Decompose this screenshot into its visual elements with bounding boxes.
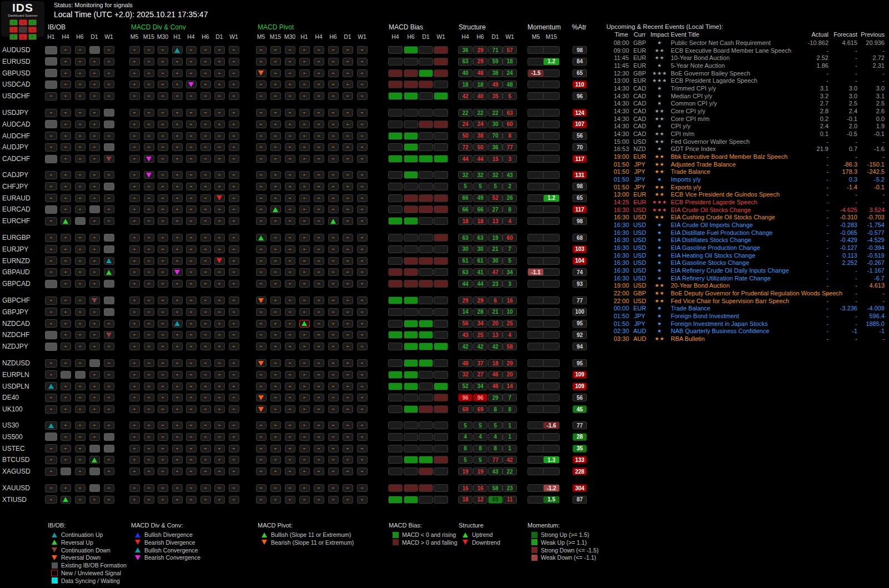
macd-pivot-cell xyxy=(299,433,310,441)
dash-icon xyxy=(303,249,305,250)
bias-cell xyxy=(404,205,418,213)
bias-cell xyxy=(434,120,448,128)
dash-icon xyxy=(233,436,235,438)
ibob-cell xyxy=(45,268,57,277)
pair-label[interactable]: GBPCHF xyxy=(2,296,30,304)
pair-label[interactable]: USDPLN xyxy=(2,383,29,390)
dash-icon xyxy=(204,334,207,335)
column-sub-ibob: W1 xyxy=(102,33,116,40)
macd-divconv-cell xyxy=(129,383,140,390)
pair-label[interactable]: US30 xyxy=(2,421,19,429)
dash-icon xyxy=(50,363,52,364)
macd-divconv-cell xyxy=(214,280,225,288)
pair-label[interactable]: UK100 xyxy=(2,405,23,413)
pair-label[interactable]: CADCHF xyxy=(2,155,30,163)
dash-icon xyxy=(289,147,291,148)
pair-label[interactable]: AUDCAD xyxy=(2,120,31,128)
bias-cell xyxy=(404,394,418,401)
pair-label[interactable]: EURAUD xyxy=(2,194,31,202)
macd-pivot-cell xyxy=(357,496,368,504)
dash-icon xyxy=(332,386,334,387)
macd-pivot-cell xyxy=(343,120,353,128)
dash-icon xyxy=(346,209,349,210)
pair-label[interactable]: NZDCAD xyxy=(2,320,30,328)
pair-label[interactable]: GBPCAD xyxy=(2,280,31,288)
pair-label[interactable]: USTEC xyxy=(2,445,25,453)
ibob-cell xyxy=(75,58,86,66)
dash-icon xyxy=(176,124,178,125)
structure-cell: 42 xyxy=(473,343,488,350)
ibob-cell xyxy=(104,155,114,163)
dash-icon xyxy=(346,459,349,460)
structure-cell: 63 xyxy=(458,58,473,66)
macd-divconv-cell xyxy=(200,320,211,328)
dash-icon xyxy=(303,448,305,449)
macd-pivot-cell xyxy=(270,445,281,453)
structure-cell: 21 xyxy=(488,308,503,316)
structure-cell: 36 xyxy=(488,143,503,151)
pair-label[interactable]: NZDCHF xyxy=(2,331,29,339)
macd-divconv-cell xyxy=(200,331,211,339)
macd-divconv-cell xyxy=(229,194,239,202)
event-previous: -242.5 xyxy=(836,168,885,175)
macd-divconv-cell xyxy=(129,296,140,304)
pair-label[interactable]: AUDJPY xyxy=(2,143,28,151)
pair-label[interactable]: EURJPY xyxy=(2,245,28,253)
structure-cell: 60 xyxy=(503,234,517,242)
structure-cell: 22 xyxy=(458,109,473,117)
ibob-cell xyxy=(45,46,57,54)
pair-label[interactable]: XAUUSD xyxy=(2,484,30,492)
dash-icon xyxy=(162,84,164,85)
pair-label[interactable]: EURUSD xyxy=(2,58,31,66)
macd-pivot-cell xyxy=(343,143,353,151)
bias-cell xyxy=(404,234,418,242)
dash-icon xyxy=(204,49,207,51)
macd-pivot-cell xyxy=(299,456,310,464)
pair-label[interactable]: EURCAD xyxy=(2,205,31,213)
pair-label[interactable]: US500 xyxy=(2,433,23,441)
pair-label[interactable]: EURGBP xyxy=(2,234,31,242)
pair-label[interactable]: USDCHF xyxy=(2,92,30,100)
pair-label[interactable]: EURCHF xyxy=(2,217,30,225)
dash-icon xyxy=(162,311,164,313)
pair-label[interactable]: EURPLN xyxy=(2,371,29,379)
dash-icon xyxy=(162,61,164,62)
legend-icon-sq-biasg xyxy=(392,531,399,538)
pair-label[interactable]: GBPAUD xyxy=(2,268,30,276)
legend-group-title: MACD Bias: xyxy=(389,522,422,529)
pair-label[interactable]: BTCUSD xyxy=(2,456,29,464)
pair-label[interactable]: NZDJPY xyxy=(2,343,28,350)
pair-label[interactable]: AUDUSD xyxy=(2,46,31,54)
dash-icon xyxy=(289,436,291,438)
atr-cell: 56 xyxy=(572,132,587,140)
dash-icon xyxy=(274,363,277,364)
pair-label[interactable]: CHFJPY xyxy=(2,183,28,190)
pair-label[interactable]: XAGUSD xyxy=(2,468,31,475)
bias-cell xyxy=(419,205,433,213)
dash-icon xyxy=(289,220,291,222)
pair-label[interactable]: USDCAD xyxy=(2,81,31,88)
pair-label[interactable]: DE40 xyxy=(2,394,19,401)
pair-label[interactable]: XTIUSD xyxy=(2,496,27,504)
dash-icon xyxy=(346,124,349,125)
dash-icon xyxy=(64,260,67,262)
dash-icon xyxy=(64,49,67,51)
bias-cell xyxy=(404,257,418,265)
dash-icon xyxy=(148,363,150,364)
structure-cell: 4 xyxy=(503,331,517,339)
bias-cell xyxy=(388,257,403,265)
pair-label[interactable]: NZDUSD xyxy=(2,359,30,367)
macd-pivot-cell xyxy=(357,217,368,225)
pair-label[interactable]: GBPUSD xyxy=(2,69,31,77)
structure-cell: 40 xyxy=(473,92,488,100)
pair-label[interactable]: EURNZD xyxy=(2,257,30,265)
pair-label[interactable]: USDJPY xyxy=(2,109,28,117)
dash-icon xyxy=(190,488,192,489)
pair-label[interactable]: CADJPY xyxy=(2,171,28,179)
event-previous: -1.754 xyxy=(836,222,885,228)
macd-pivot-cell xyxy=(285,257,295,265)
dash-icon xyxy=(204,448,207,449)
structure-cell: 18 xyxy=(503,58,517,66)
pair-label[interactable]: GBPJPY xyxy=(2,308,28,316)
pair-label[interactable]: AUDCHF xyxy=(2,132,30,140)
